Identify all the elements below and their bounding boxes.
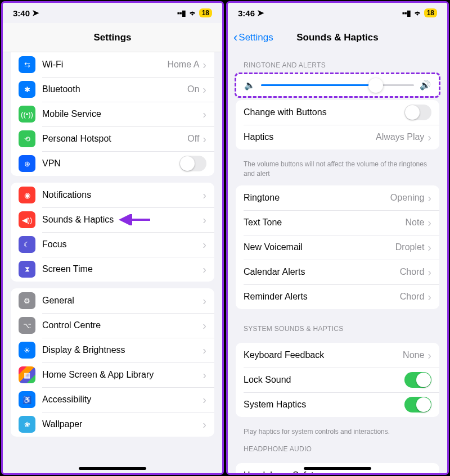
- row-label: Display & Brightness: [42, 345, 199, 355]
- location-icon: ➤: [32, 8, 39, 18]
- settings-row[interactable]: System Haptics: [236, 392, 439, 417]
- control-centre-icon: ⌥: [19, 317, 35, 334]
- settings-group: Change with ButtonsHapticsAlways Play›: [236, 100, 439, 149]
- chevron-right-icon: ›: [202, 59, 206, 70]
- settings-row[interactable]: ☀Display & Brightness›: [11, 338, 214, 362]
- accessibility-icon: ♿: [19, 391, 35, 408]
- settings-row[interactable]: ⌥Control Centre›: [11, 313, 214, 338]
- slider-thumb[interactable]: [368, 78, 383, 93]
- wallpaper-icon: ❀: [19, 416, 35, 433]
- status-time: 3:40: [13, 8, 30, 18]
- back-label: Settings: [238, 32, 273, 43]
- row-detail: On: [187, 84, 199, 94]
- settings-row[interactable]: Change with Buttons: [236, 100, 439, 125]
- toggle-switch[interactable]: [404, 105, 431, 120]
- settings-row[interactable]: HapticsAlways Play›: [236, 125, 439, 149]
- homescreen-icon: ▦: [19, 366, 35, 383]
- row-label: Accessibility: [42, 395, 199, 405]
- row-label: Haptics: [244, 132, 376, 142]
- row-label: Sounds & Haptics: [42, 215, 199, 225]
- mobile-service-icon: ((•)): [19, 106, 35, 123]
- settings-group: ◉Notifications›◀))Sounds & Haptics›☾Focu…: [11, 183, 214, 282]
- section-footer: Play haptics for system controls and int…: [228, 424, 447, 437]
- settings-row[interactable]: ((•))Mobile Service›: [11, 102, 214, 126]
- row-label: Keyboard Feedback: [244, 350, 403, 360]
- row-detail: Chord: [400, 292, 425, 302]
- row-label: Change with Buttons: [244, 107, 404, 117]
- settings-row[interactable]: ▦Home Screen & App Library›: [11, 362, 214, 387]
- chevron-right-icon: ›: [428, 470, 431, 473]
- row-detail: Note: [406, 217, 425, 228]
- row-label: Wi-Fi: [42, 60, 167, 70]
- chevron-right-icon: ›: [202, 189, 206, 201]
- row-detail: Always Play: [376, 132, 424, 142]
- chevron-left-icon: ‹: [233, 31, 237, 44]
- volume-slider-row: 🔈🔊: [236, 74, 439, 96]
- row-detail: Droplet: [395, 242, 425, 252]
- bluetooth-icon: ✱: [19, 81, 35, 98]
- battery-indicator: 18: [424, 8, 437, 17]
- settings-row[interactable]: ⇆Wi-FiHome A›: [11, 52, 214, 77]
- settings-row[interactable]: ⚙General›: [11, 288, 214, 313]
- chevron-right-icon: ›: [428, 192, 431, 203]
- settings-row[interactable]: ◉Notifications›: [11, 183, 214, 207]
- settings-row[interactable]: ⊕VPN: [11, 151, 214, 176]
- settings-row[interactable]: ⧗Screen Time›: [11, 257, 214, 282]
- chevron-right-icon: ›: [202, 84, 206, 95]
- sounds-list[interactable]: RINGTONE AND ALERTS🔈🔊Change with Buttons…: [228, 52, 447, 473]
- chevron-right-icon: ›: [428, 132, 431, 143]
- settings-row[interactable]: Calendar AlertsChord›: [236, 260, 439, 284]
- chevron-right-icon: ›: [202, 214, 206, 225]
- settings-row[interactable]: ☾Focus›: [11, 232, 214, 257]
- row-label: Text Tone: [244, 217, 406, 228]
- row-label: Ringtone: [244, 193, 390, 203]
- home-indicator[interactable]: [304, 467, 371, 470]
- toggle-switch[interactable]: [404, 397, 431, 412]
- settings-row[interactable]: ⟲Personal HotspotOff›: [11, 126, 214, 151]
- page-title: Sounds & Haptics: [296, 32, 378, 43]
- settings-row[interactable]: Keyboard FeedbackNone›: [236, 343, 439, 368]
- back-button[interactable]: ‹ Settings: [233, 31, 273, 44]
- settings-row[interactable]: New VoicemailDroplet›: [236, 235, 439, 260]
- toggle-switch[interactable]: [404, 372, 431, 388]
- status-bar: 3:46 ➤ ▪▪▮ 18: [228, 3, 447, 23]
- settings-row[interactable]: ❀Wallpaper›: [11, 412, 214, 437]
- section-footer: The volume buttons will not affect the v…: [228, 156, 447, 179]
- page-title: Settings: [93, 32, 131, 43]
- settings-row[interactable]: Text ToneNote›: [236, 210, 439, 235]
- settings-list[interactable]: ⇆Wi-FiHome A›✱BluetoothOn›((•))Mobile Se…: [3, 52, 222, 473]
- focus-icon: ☾: [19, 236, 35, 253]
- chevron-right-icon: ›: [202, 133, 206, 144]
- chevron-right-icon: ›: [428, 217, 431, 228]
- settings-row[interactable]: ◀))Sounds & Haptics›: [11, 207, 214, 232]
- chevron-right-icon: ›: [202, 344, 206, 356]
- display-icon: ☀: [19, 342, 35, 359]
- row-label: General: [42, 296, 199, 306]
- row-detail: None: [403, 350, 424, 360]
- chevron-right-icon: ›: [202, 295, 206, 306]
- toggle-switch[interactable]: [179, 156, 206, 171]
- row-label: Lock Sound: [244, 375, 404, 385]
- wifi-status-icon: [188, 8, 197, 18]
- home-indicator[interactable]: [79, 467, 146, 470]
- settings-group: ⚙General›⌥Control Centre›☀Display & Brig…: [11, 288, 214, 437]
- cellular-icon: ▪▪▮: [402, 8, 411, 17]
- chevron-right-icon: ›: [202, 264, 206, 275]
- wifi-status-icon: [413, 8, 422, 18]
- sounds-haptics-screen: 3:46 ➤ ▪▪▮ 18 ‹ Settings Sounds & Haptic…: [226, 1, 449, 475]
- chevron-right-icon: ›: [202, 320, 206, 331]
- row-label: Wallpaper: [42, 419, 199, 429]
- settings-row[interactable]: ♿Accessibility›: [11, 387, 214, 412]
- settings-row[interactable]: Reminder AlertsChord›: [236, 284, 439, 309]
- row-label: VPN: [42, 158, 179, 169]
- row-label: Reminder Alerts: [244, 292, 400, 302]
- settings-row[interactable]: Lock Sound: [236, 368, 439, 392]
- settings-group: Keyboard FeedbackNone›Lock SoundSystem H…: [236, 343, 439, 417]
- row-label: Control Centre: [42, 320, 199, 330]
- settings-row[interactable]: ✱BluetoothOn›: [11, 77, 214, 102]
- settings-row[interactable]: RingtoneOpening›: [236, 185, 439, 210]
- vpn-icon: ⊕: [19, 155, 35, 172]
- settings-group: ⇆Wi-FiHome A›✱BluetoothOn›((•))Mobile Se…: [11, 52, 214, 176]
- volume-slider[interactable]: [261, 84, 414, 86]
- speaker-high-icon: 🔊: [420, 80, 431, 90]
